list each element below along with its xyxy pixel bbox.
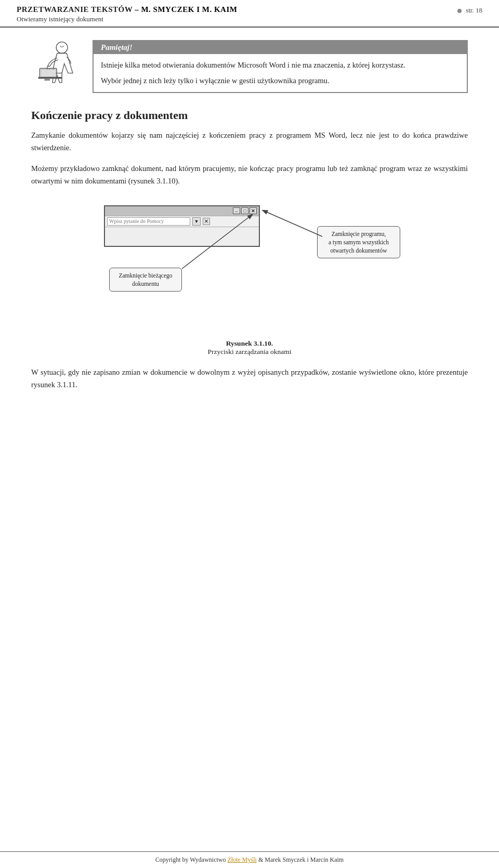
remember-body: Istnieje kilka metod otwierania dokument… <box>94 54 467 92</box>
chapter-subtitle: Otwieramy istniejący dokument <box>17 15 237 23</box>
remember-box: Pamiętaj! Istnieje kilka metod otwierani… <box>31 40 468 93</box>
svg-point-6 <box>63 46 64 47</box>
window-titlebar: – □ ✕ <box>105 206 259 216</box>
help-input: Wpisz pytanie do Pomocy <box>107 217 190 226</box>
body-paragraph-2: Możemy przykładowo zamknąć dokument, nad… <box>31 163 468 188</box>
section-heading: Kończenie pracy z dokumentem <box>31 109 468 122</box>
remember-header: Pamiętaj! <box>94 41 467 54</box>
toolbar-close: ✕ <box>203 218 210 225</box>
page-dot <box>457 9 462 13</box>
svg-line-8 <box>263 211 322 236</box>
callout-close-doc: Zamknięcie bieżącego dokumentu <box>109 268 182 292</box>
svg-rect-3 <box>41 69 56 77</box>
svg-point-0 <box>56 42 68 54</box>
header-left: PRZETWARZANIE TEKSTÓW – M. Smyczek i M. … <box>17 5 237 23</box>
header-dash: – <box>135 5 141 14</box>
bottom-paragraph: W sytuacji, gdy nie zapisano zmian w dok… <box>31 366 468 391</box>
minimize-button: – <box>233 207 240 214</box>
window-mockup: – □ ✕ Wpisz pytanie do Pomocy ▼ ✕ <box>104 205 260 247</box>
window-toolbar: Wpisz pytanie do Pomocy ▼ ✕ <box>105 216 259 227</box>
main-content: Pamiętaj! Istnieje kilka metod otwierani… <box>0 28 499 412</box>
remember-line1: Istnieje kilka metod otwierania dokument… <box>101 59 459 71</box>
svg-point-5 <box>60 46 61 47</box>
svg-rect-4 <box>44 79 50 81</box>
callout-close-program: Zamknięcie programu, a tym samym wszystk… <box>317 226 400 258</box>
person-figure <box>31 40 83 92</box>
remember-text-block: Pamiętaj! Istnieje kilka metod otwierani… <box>93 40 468 93</box>
body-paragraph-1: Zamykanie dokumentów kojarzy się nam naj… <box>31 129 468 154</box>
diagram-container: – □ ✕ Wpisz pytanie do Pomocy ▼ ✕ Zamkni… <box>31 200 468 356</box>
page-number: str. 18 <box>457 5 482 15</box>
footer-link[interactable]: Złote Myśli <box>228 856 257 863</box>
toolbar-arrow: ▼ <box>192 217 201 226</box>
remember-line2: Wybór jednej z nich leży tylko i wyłączn… <box>101 75 459 86</box>
person-illustration <box>34 40 81 92</box>
diagram-caption: Rysunek 3.1.10. Przyciski zarządzania ok… <box>207 339 291 356</box>
page-header: PRZETWARZANIE TEKSTÓW – M. Smyczek i M. … <box>0 0 499 28</box>
close-button: ✕ <box>250 207 257 214</box>
book-title: PRZETWARZANIE TEKSTÓW – M. Smyczek i M. … <box>17 5 237 14</box>
maximize-button: □ <box>241 207 248 214</box>
diagram-image: – □ ✕ Wpisz pytanie do Pomocy ▼ ✕ Zamkni… <box>94 200 405 335</box>
page-footer: Copyright by Wydawnictwo Złote Myśli & M… <box>0 851 499 868</box>
